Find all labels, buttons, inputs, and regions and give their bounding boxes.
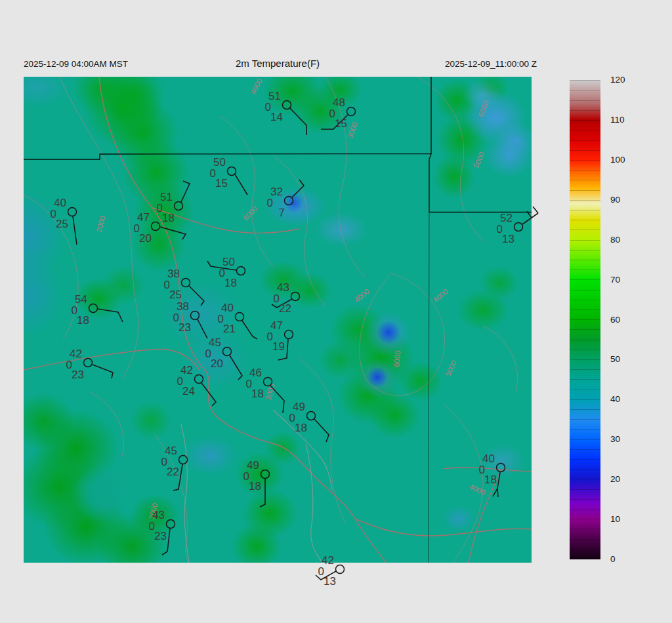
station-circle bbox=[264, 378, 272, 386]
valid-time-utc-label: 2025-12-09_11:00:00 Z bbox=[445, 59, 537, 69]
station-circle bbox=[336, 565, 345, 574]
wind-barb bbox=[230, 355, 242, 380]
station-circle bbox=[223, 348, 232, 356]
station-dewpoint-value: 14 bbox=[270, 111, 283, 123]
station-plot: 40025 bbox=[51, 197, 77, 245]
station-dewpoint-value: 23 bbox=[154, 530, 167, 542]
station-plot: 51018 bbox=[157, 181, 190, 224]
colorbar-tick-label: 90 bbox=[610, 195, 620, 205]
station-plot: 51014 bbox=[265, 90, 306, 135]
station-circle bbox=[285, 197, 293, 205]
station-circle bbox=[347, 108, 356, 116]
station-plot: 46018 bbox=[246, 367, 284, 413]
colorbar-tick-label: 30 bbox=[610, 434, 620, 445]
colorbar-tick-labels: 0102030405060708090100110120 bbox=[610, 80, 650, 559]
station-circle bbox=[285, 331, 293, 339]
station-dewpoint-value: 18 bbox=[295, 422, 307, 434]
station-circle bbox=[68, 208, 77, 216]
station-dewpoint-value: 20 bbox=[139, 232, 152, 245]
station-circle bbox=[261, 470, 270, 479]
station-dewpoint-value: 22 bbox=[279, 302, 291, 315]
station-dewpoint-value: 25 bbox=[56, 218, 68, 230]
station-plot: 54018 bbox=[72, 293, 123, 327]
station-circle bbox=[89, 304, 98, 313]
station-dewpoint-value: 15 bbox=[335, 117, 347, 130]
station-plot: 50015 bbox=[210, 156, 247, 195]
station-plot: 42013 bbox=[316, 554, 345, 588]
colorbar-tick-label: 60 bbox=[610, 315, 620, 325]
station-plot: 38023 bbox=[173, 300, 207, 338]
colorbar-tick-label: 110 bbox=[610, 115, 625, 125]
station-dewpoint-value: 19 bbox=[272, 340, 285, 353]
weather-map-page: 2025-12-09 04:00AM MST 2m Temperature(F)… bbox=[0, 0, 672, 623]
station-plot: 52013 bbox=[497, 207, 538, 245]
station-plot: 49018 bbox=[243, 459, 270, 507]
colorbar-tick-label: 50 bbox=[610, 354, 620, 365]
station-plot: 49018 bbox=[289, 401, 329, 442]
wind-barb bbox=[314, 419, 329, 442]
station-dewpoint-value: 7 bbox=[279, 207, 285, 219]
station-dewpoint-value: 15 bbox=[215, 177, 228, 190]
station-plot: 40018 bbox=[479, 452, 505, 497]
station-plot: 47019 bbox=[267, 319, 293, 360]
colorbar-tick-label: 70 bbox=[610, 275, 620, 285]
station-circle bbox=[84, 359, 93, 367]
station-dewpoint-value: 18 bbox=[77, 314, 89, 327]
station-circle bbox=[195, 375, 203, 384]
station-circle bbox=[182, 279, 190, 287]
colorbar-tick-label: 10 bbox=[610, 514, 620, 525]
wind-barb bbox=[242, 321, 257, 339]
station-plot: 45020 bbox=[205, 336, 242, 380]
station-dewpoint-value: 22 bbox=[167, 466, 179, 478]
station-plot: 43022 bbox=[272, 281, 300, 315]
station-plot: 42024 bbox=[177, 364, 216, 406]
station-plot: 48015 bbox=[321, 96, 356, 130]
station-plot: 45022 bbox=[161, 445, 188, 491]
wind-barb bbox=[181, 181, 190, 202]
wind-barb bbox=[93, 365, 113, 378]
station-circle bbox=[307, 412, 316, 420]
station-dewpoint-value: 24 bbox=[182, 385, 195, 397]
station-weather-code: 0 bbox=[267, 197, 273, 209]
wind-barb bbox=[270, 386, 284, 413]
station-circle bbox=[283, 101, 291, 110]
colorbar-tick-label: 20 bbox=[610, 474, 620, 485]
station-dewpoint-value: 25 bbox=[169, 289, 182, 301]
station-dewpoint-value: 13 bbox=[502, 233, 514, 245]
station-circle bbox=[497, 464, 505, 472]
wind-barb bbox=[189, 286, 204, 306]
station-plot: 43023 bbox=[149, 509, 175, 555]
station-dewpoint-value: 18 bbox=[224, 277, 237, 289]
wind-barb bbox=[235, 174, 247, 195]
station-dewpoint-value: 18 bbox=[249, 480, 261, 492]
wind-barb bbox=[522, 207, 538, 224]
colorbar-tick-label: 0 bbox=[610, 554, 616, 565]
station-dewpoint-value: 13 bbox=[324, 575, 336, 588]
wind-barb bbox=[73, 216, 77, 245]
wind-barb bbox=[160, 227, 186, 239]
station-dewpoint-value: 18 bbox=[251, 388, 264, 400]
station-circle bbox=[179, 456, 188, 464]
colorbar-tick-label: 120 bbox=[610, 75, 625, 85]
station-circle bbox=[175, 202, 183, 211]
station-circle bbox=[237, 267, 245, 275]
station-plot: 40021 bbox=[218, 302, 257, 339]
station-circle bbox=[291, 292, 300, 301]
station-dewpoint-value: 21 bbox=[223, 323, 236, 335]
station-dewpoint-value: 23 bbox=[178, 321, 191, 334]
station-plot: 42023 bbox=[66, 348, 113, 381]
station-dewpoint-value: 23 bbox=[72, 369, 84, 381]
station-plots-layer: 5101448015500155101832074002547020520135… bbox=[24, 77, 532, 563]
station-dewpoint-value: 18 bbox=[484, 473, 497, 486]
station-circle bbox=[167, 520, 175, 529]
colorbar-tick-label: 40 bbox=[610, 394, 620, 405]
station-plot: 50018 bbox=[207, 256, 245, 289]
station-dewpoint-value: 18 bbox=[162, 212, 175, 224]
colorbar-tick-label: 100 bbox=[610, 155, 625, 165]
wind-barb bbox=[290, 108, 306, 135]
wind-barb bbox=[98, 309, 123, 322]
wind-barb bbox=[292, 180, 304, 197]
station-dewpoint-value: 20 bbox=[211, 357, 223, 370]
wind-barb bbox=[201, 383, 216, 406]
station-plot: 3207 bbox=[267, 180, 304, 219]
